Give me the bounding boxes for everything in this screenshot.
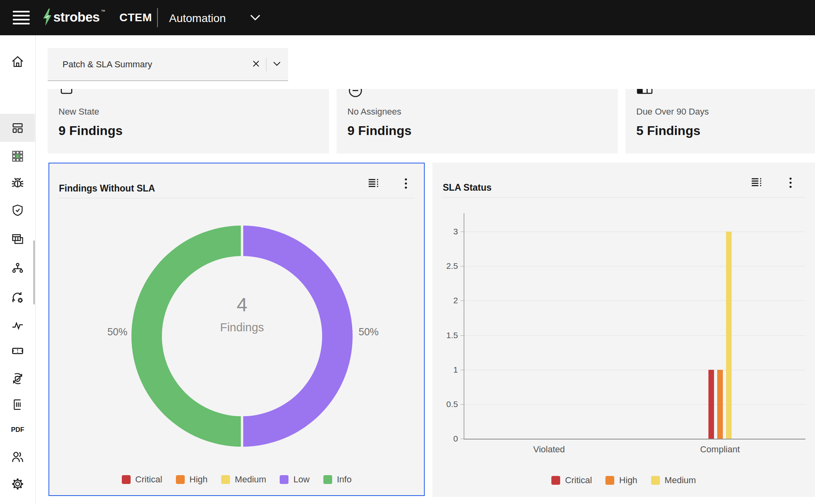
gridline [464,266,805,266]
segmented-bar-icon [636,89,654,94]
dashboard-select[interactable]: Patch & SLA Summary [48,48,288,81]
y-axis-label: 1.5 [432,331,458,339]
gridline [464,404,805,405]
sidebar-item-findings-bug[interactable] [0,170,35,196]
y-axis-line [464,213,464,439]
stat-card-label: Due Over 90 Days [636,107,709,117]
legend-item-medium[interactable]: Medium [221,474,266,485]
y-axis-tick [460,370,464,370]
data-table-view-icon[interactable] [750,175,764,191]
app-switcher-chevron-down-icon[interactable] [250,14,260,22]
kebab-menu-icon[interactable] [787,175,794,191]
card-header-divider [442,197,805,198]
y-axis-label: 2.5 [432,262,458,270]
y-axis-tick [460,266,464,266]
module-label: CTEM [119,10,152,26]
legend-item-high[interactable]: High [176,474,208,485]
gridline [464,335,805,336]
legend-swatch-critical [122,475,131,484]
sidebar-item-tickets[interactable] [0,338,35,364]
stat-card: New State9 Findings [48,89,329,153]
donut-percent-label-right: 50% [359,326,395,338]
bar-card-title: SLA Status [443,182,492,193]
svg-text:PDF: PDF [11,426,24,433]
clear-selection-icon[interactable] [248,56,264,73]
y-axis-tick [460,300,464,301]
legend-swatch-info [323,475,332,484]
stat-card-label: New State [59,107,99,117]
strobes-dashboard: strobes ™ CTEM Automation [0,0,815,504]
sidebar-item-settings[interactable] [0,471,35,497]
y-axis-label: 0 [432,434,458,443]
top-navbar: strobes ™ CTEM Automation [0,0,815,35]
legend-label: Critical [565,475,592,486]
gridline [464,300,805,301]
legend-item-critical[interactable]: Critical [122,474,162,485]
sidebar-item-org-hierarchy[interactable] [0,256,35,281]
sidebar-item-assets-table[interactable] [0,226,35,252]
donut-card-title: Findings Without SLA [59,183,155,194]
dropdown-chevron-down-icon[interactable] [266,57,288,71]
y-axis-label: 0.5 [432,400,458,408]
legend-label: Info [337,474,352,485]
minus-circle-icon [347,89,365,98]
stat-card: No Assignees9 Findings [337,89,618,153]
donut-total-caption: Findings [162,319,322,336]
sidebar-item-reports[interactable] [0,392,35,417]
bar-medium-compliant [726,232,732,439]
legend-item-medium[interactable]: Medium [651,475,696,486]
sidebar-item-users[interactable] [0,444,35,470]
y-axis-label: 1 [432,365,458,374]
gridline [464,370,805,370]
sidebar-item-activity[interactable] [0,312,35,337]
legend-swatch-low [280,475,288,484]
sidebar-item-pdf-export[interactable]: PDF [0,417,35,442]
legend-item-critical[interactable]: Critical [551,475,592,486]
logo-trademark: ™ [101,9,105,14]
legend-label: Medium [235,474,266,485]
y-axis-label: 3 [432,227,458,236]
donut-legend: CriticalHighMediumLowInfo [49,474,424,485]
sla-status-card: SLA Status 00.511.522.53ViolatedComplian… [432,163,815,497]
legend-item-info[interactable]: Info [323,474,352,485]
y-axis-label: 2 [432,296,458,304]
stat-card-value: 5 Findings [636,123,700,138]
sidebar-scrollbar[interactable] [33,240,35,304]
hamburger-menu-icon[interactable] [13,11,30,24]
legend-swatch-high [605,476,614,485]
stat-card: Due Over 90 Days5 Findings [625,89,815,153]
legend-label: Medium [665,475,696,486]
legend-item-low[interactable]: Low [280,474,309,485]
y-axis-tick [460,335,464,336]
donut-percent-label-left: 50% [91,326,127,338]
legend-item-high[interactable]: High [605,475,637,486]
findings-without-sla-card: Findings Without SLA 4 Findings 50% [48,163,425,496]
sidebar-item-scans[interactable] [0,366,35,391]
bar-high-compliant [717,370,723,439]
sidebar-item-automation-sync[interactable] [0,285,35,310]
navbar-divider [157,8,158,27]
x-axis-category-label: Violated [509,444,589,455]
x-axis-category-label: Compliant [680,444,760,455]
stat-card-value: 9 Findings [347,123,412,138]
donut-center-label: 4 Findings [162,294,322,336]
kebab-menu-icon[interactable] [402,176,410,192]
y-axis-tick [460,232,464,232]
donut-chart[interactable]: 4 Findings [131,226,353,447]
logo-wordmark: strobes [53,8,100,26]
sidebar-item-home[interactable] [0,49,35,75]
legend-swatch-medium [651,476,660,485]
legend-label: High [190,474,208,485]
legend-label: Critical [135,474,162,485]
donut-slice-gap [241,226,243,258]
donut-total-value: 4 [162,294,322,316]
data-table-view-icon[interactable] [367,176,381,192]
y-axis-tick [460,404,464,405]
app-switcher[interactable]: Automation [167,10,228,27]
donut-slice-gap [241,415,243,447]
sidebar-item-apps[interactable] [0,143,35,169]
sidebar-item-dashboards[interactable] [0,114,35,142]
bar-legend: CriticalHighMedium [432,475,815,486]
sidebar-item-compliance-shield[interactable] [0,198,35,223]
stat-card-label: No Assignees [347,107,401,117]
